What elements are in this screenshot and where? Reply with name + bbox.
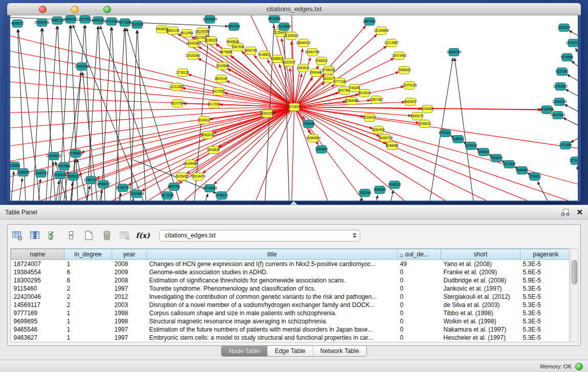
close-window-button[interactable] xyxy=(39,6,47,13)
graph-node-label: 14039468 xyxy=(183,162,198,165)
table-cell: Structural magnetic resonance image aver… xyxy=(147,317,398,325)
float-panel-icon[interactable] xyxy=(561,208,569,216)
table-cell: 1998 xyxy=(112,309,147,317)
graph-node-label: 3624514 xyxy=(358,91,371,95)
select-columns-icon[interactable] xyxy=(47,229,60,242)
table-row[interactable]: 946554611997Estimation of the future num… xyxy=(11,325,570,334)
graph-node-label: 1534545 xyxy=(302,122,315,125)
table-cell: de Silva et al. (2003) xyxy=(441,301,520,309)
graph-node-label: 1771055 xyxy=(559,143,572,147)
column-header-year[interactable]: year xyxy=(112,249,147,260)
graph-node-label: 1527602 xyxy=(79,17,92,21)
graph-edge xyxy=(572,61,578,67)
table-row[interactable]: 946362711997Embryonic stem cells: a mode… xyxy=(11,334,570,342)
graph-edge xyxy=(217,200,218,201)
graph-node-label: 16210643 xyxy=(551,113,565,117)
table-row[interactable]: 1872400712008Changes of HCN gene express… xyxy=(11,260,570,269)
window-titlebar[interactable]: citations_edges.txt xyxy=(7,3,581,15)
table-selector-dropdown[interactable]: citations_edges.txt xyxy=(159,230,360,242)
table-cell: 14569117 xyxy=(11,301,64,309)
column-header-out-degree[interactable]: △ out_de... xyxy=(398,249,441,260)
table-cell: 2012 xyxy=(112,293,147,301)
table-cell: Estimation of significance thresholds fo… xyxy=(147,276,398,285)
graph-edge xyxy=(576,48,578,54)
table-cell: Hescheler et al. (1997) xyxy=(441,334,520,342)
graph-node-label: 12213383 xyxy=(169,85,184,89)
graph-node-label: 9097588 xyxy=(58,164,71,168)
graph-node-label: 16543382 xyxy=(186,41,201,45)
table-scrollbar-thumb[interactable] xyxy=(572,260,577,285)
table-cell: 5.3E-5 xyxy=(520,285,570,293)
graph-node-label: 8215958 xyxy=(540,107,553,111)
table-cell: Disruption of a novel member of a sodium… xyxy=(147,301,398,309)
graph-edge xyxy=(125,28,133,201)
split-pane-grip[interactable] xyxy=(290,201,297,205)
table-cell: 9777169 xyxy=(11,309,64,317)
close-panel-icon[interactable]: ✕ xyxy=(576,208,583,216)
graph-node-label: 4671358 xyxy=(119,20,132,24)
table-cell: 2003 xyxy=(112,301,147,309)
column-header-short[interactable]: short xyxy=(441,249,520,260)
graph-node-label: 9453012 xyxy=(490,156,503,160)
function-builder-icon[interactable]: f(x) xyxy=(136,229,149,242)
tab-node-table[interactable]: Node Table xyxy=(222,346,267,356)
graph-node-label: 7485063 xyxy=(398,68,411,72)
table-row[interactable]: 1456911722003Disruption of a novel membe… xyxy=(11,301,570,309)
table-cell: Corpus callosum shape and size in male p… xyxy=(147,309,398,317)
graph-edge xyxy=(294,49,302,107)
network-graph[interactable]: 1872400718300295193845541125441911325419… xyxy=(10,15,578,201)
graph-node-label: 2367608 xyxy=(232,45,245,49)
graph-node-label: 9777169 xyxy=(334,80,346,83)
row-selector-icon[interactable] xyxy=(64,229,78,242)
table-cell: 0 xyxy=(398,334,441,342)
table-scrollbar[interactable] xyxy=(571,248,578,342)
table-cell: 5.3E-5 xyxy=(520,260,570,269)
zoom-window-button[interactable] xyxy=(103,6,111,13)
table-cell: 0 xyxy=(398,276,441,285)
table-cell: 9463627 xyxy=(11,334,64,342)
tab-network-table[interactable]: Network Table xyxy=(313,346,366,356)
graph-edge xyxy=(126,28,179,201)
graph-node-label: 1549345 xyxy=(374,188,386,191)
table-row[interactable]: 2242004622012Investigating the contribut… xyxy=(11,293,570,301)
graph-node-label: 13942757 xyxy=(34,171,49,175)
table-cell: 1997 xyxy=(112,334,147,342)
graph-node-label: 7425402 xyxy=(176,174,188,178)
graph-edge xyxy=(569,30,578,36)
graph-node-label: 18640910 xyxy=(296,41,311,45)
column-header-in-degree[interactable]: in_degree xyxy=(64,249,112,260)
table-panel: Table Panel ✕ xyxy=(0,205,588,372)
table-row[interactable]: 969969511998Structural magnetic resonanc… xyxy=(11,317,570,325)
table-cell: Yano et al. (2008) xyxy=(441,260,520,269)
graph-node-label: 19384554 xyxy=(306,136,321,140)
column-header-name[interactable]: name xyxy=(11,249,64,260)
table-mode-icon[interactable] xyxy=(11,229,24,242)
table-cell: Tourette syndrome. Phenomenology and cla… xyxy=(147,285,398,293)
table-row[interactable]: 977716911998Corpus callosum shape and si… xyxy=(11,309,570,317)
column-header-pagerank[interactable]: pagerank xyxy=(520,249,570,260)
graph-node-label: 20206576 xyxy=(47,154,61,158)
show-columns-icon[interactable] xyxy=(29,229,42,242)
graph-node-label: 12975135 xyxy=(402,83,417,87)
minimize-window-button[interactable] xyxy=(71,6,79,13)
tab-edge-table[interactable]: Edge Table xyxy=(267,346,313,356)
network-canvas[interactable]: 1872400718300295193845541125441911325419… xyxy=(10,15,578,201)
graph-node-label: 9427552 xyxy=(212,90,225,93)
column-header-title[interactable]: title xyxy=(147,249,398,260)
graph-node-label: 2887682 xyxy=(363,19,376,23)
new-table-icon[interactable] xyxy=(82,229,96,242)
table-row[interactable]: 1830029562008Estimation of significance … xyxy=(11,276,570,285)
graph-node-label: 1588520 xyxy=(271,57,284,60)
graph-node-label: 18724007 xyxy=(287,105,302,108)
graph-node-label: 8322037 xyxy=(283,60,296,64)
table-cell: 1 xyxy=(64,309,112,317)
graph-node-label: 10807487 xyxy=(369,98,384,101)
table-row[interactable]: 1938455462009Genome-wide association stu… xyxy=(11,268,570,276)
memory-status-indicator[interactable] xyxy=(575,363,583,370)
graph-node-label: 4935572 xyxy=(11,21,24,25)
table-row[interactable]: 911546021997Tourette syndrome. Phenomeno… xyxy=(11,285,570,293)
graph-node-label: 7515526 xyxy=(131,23,144,26)
graph-node-label: 2063215 xyxy=(202,133,214,137)
delete-table-icon[interactable] xyxy=(100,229,114,242)
graph-node-label: 1895279 xyxy=(411,114,424,118)
